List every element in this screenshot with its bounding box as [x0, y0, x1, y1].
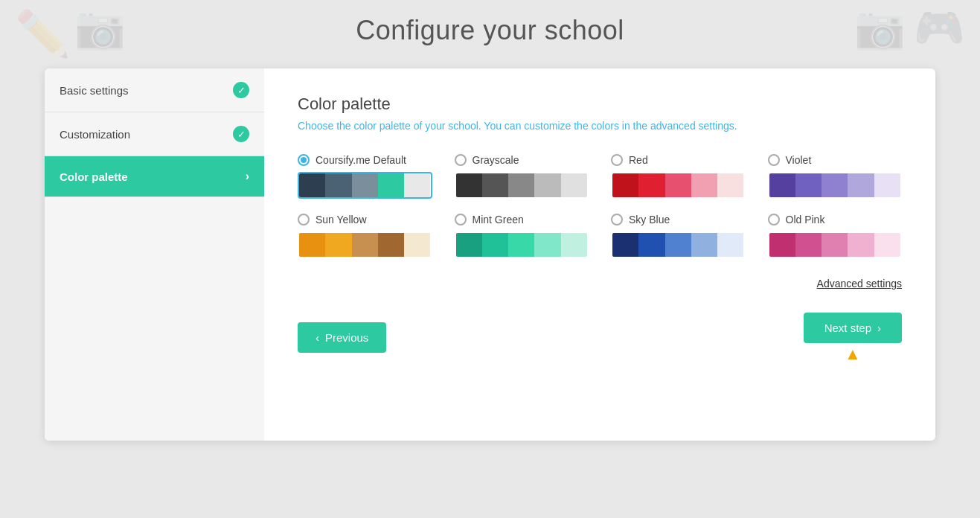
swatch	[769, 233, 795, 257]
swatch	[691, 233, 717, 257]
previous-label: Previous	[325, 331, 368, 344]
palette-swatches-old-pink	[768, 231, 903, 258]
sidebar-item-color-palette[interactable]: Color palette ›	[45, 156, 264, 197]
sidebar-item-customization[interactable]: Customization ✓	[45, 112, 264, 156]
swatch	[534, 173, 560, 197]
palette-name-old-pink: Old Pink	[786, 214, 825, 226]
palette-label-grayscale[interactable]: Grayscale	[455, 154, 589, 166]
swatch	[665, 233, 691, 257]
advanced-settings-link[interactable]: Advanced settings	[817, 278, 902, 290]
swatch	[561, 233, 587, 257]
swatch	[795, 173, 822, 197]
palette-name-grayscale: Grayscale	[473, 154, 519, 166]
palette-option-red[interactable]: Red	[611, 154, 746, 199]
sidebar: Basic settings ✓ Customization ✓ Color p…	[45, 68, 264, 441]
sidebar-item-basic-settings[interactable]: Basic settings ✓	[45, 68, 264, 112]
swatch	[848, 173, 874, 197]
palette-label-sun-yellow[interactable]: Sun Yellow	[298, 214, 432, 226]
palette-swatches-coursify	[298, 172, 432, 199]
palette-radio-old-pink[interactable]	[768, 214, 780, 226]
sidebar-basic-settings-label: Basic settings	[60, 84, 129, 97]
palette-grid: Coursify.me Default Grayscale	[298, 154, 902, 258]
swatch	[822, 233, 848, 257]
palette-radio-violet[interactable]	[768, 154, 780, 166]
palette-swatches-red	[611, 172, 746, 199]
swatch	[874, 233, 900, 257]
swatch	[534, 233, 560, 257]
footer-buttons: ‹ Previous Next step › ▲	[298, 313, 902, 362]
swatch	[665, 173, 691, 197]
customization-check-icon: ✓	[233, 126, 249, 142]
swatch	[508, 173, 534, 197]
swatch	[874, 173, 900, 197]
palette-option-sun-yellow[interactable]: Sun Yellow	[298, 214, 432, 258]
palette-swatches-mint-green	[455, 231, 589, 258]
swatch	[325, 233, 351, 257]
swatch	[638, 173, 664, 197]
section-title: Color palette	[298, 95, 902, 114]
swatch	[325, 173, 351, 197]
palette-label-old-pink[interactable]: Old Pink	[768, 214, 903, 226]
swatch	[795, 233, 822, 257]
previous-arrow-icon: ‹	[316, 331, 319, 344]
palette-label-sky-blue[interactable]: Sky Blue	[611, 214, 746, 226]
palette-label-red[interactable]: Red	[611, 154, 746, 166]
palette-label-mint-green[interactable]: Mint Green	[455, 214, 589, 226]
next-step-button[interactable]: Next step ›	[804, 313, 902, 343]
palette-label-violet[interactable]: Violet	[768, 154, 903, 166]
basic-settings-check-icon: ✓	[233, 82, 249, 98]
palette-radio-grayscale[interactable]	[455, 154, 467, 166]
palette-option-violet[interactable]: Violet	[768, 154, 903, 199]
swatch	[508, 233, 534, 257]
swatch	[299, 233, 325, 257]
palette-option-mint-green[interactable]: Mint Green	[455, 214, 589, 258]
palette-radio-red[interactable]	[611, 154, 623, 166]
previous-button[interactable]: ‹ Previous	[298, 322, 386, 353]
palette-name-mint-green: Mint Green	[473, 214, 524, 226]
swatch	[848, 233, 874, 257]
swatch	[612, 173, 638, 197]
palette-radio-coursify[interactable]	[298, 154, 310, 166]
palette-radio-mint-green[interactable]	[455, 214, 467, 226]
swatch	[378, 173, 404, 197]
palette-swatches-grayscale	[455, 172, 589, 199]
palette-name-violet: Violet	[786, 154, 812, 166]
palette-label-coursify[interactable]: Coursify.me Default	[298, 154, 432, 166]
swatch	[456, 173, 482, 197]
swatch	[482, 233, 508, 257]
swatch	[352, 173, 378, 197]
content-area: Color palette Choose the color palette o…	[264, 68, 935, 441]
palette-name-sky-blue: Sky Blue	[629, 214, 670, 226]
palette-option-old-pink[interactable]: Old Pink	[768, 214, 903, 258]
sidebar-customization-label: Customization	[60, 128, 130, 141]
palette-name-red: Red	[629, 154, 648, 166]
color-palette-arrow-icon: ›	[246, 170, 249, 183]
swatch	[378, 233, 404, 257]
palette-name-sun-yellow: Sun Yellow	[316, 214, 367, 226]
palette-radio-sun-yellow[interactable]	[298, 214, 310, 226]
next-step-wrapper: Next step › ▲	[804, 313, 902, 362]
swatch	[352, 233, 378, 257]
arrow-up-indicator-icon: ▲	[845, 346, 861, 362]
palette-swatches-violet	[768, 172, 903, 199]
swatch	[717, 173, 743, 197]
sidebar-color-palette-label: Color palette	[60, 170, 128, 183]
swatch	[769, 173, 795, 197]
swatch	[482, 173, 508, 197]
swatch	[717, 233, 743, 257]
palette-option-coursify-default[interactable]: Coursify.me Default	[298, 154, 432, 199]
palette-swatches-sky-blue	[611, 231, 746, 258]
palette-option-grayscale[interactable]: Grayscale	[455, 154, 589, 199]
advanced-settings-area: Advanced settings	[298, 277, 902, 290]
swatch	[612, 233, 638, 257]
section-subtitle: Choose the color palette of your school.…	[298, 120, 902, 132]
palette-name-coursify: Coursify.me Default	[316, 154, 406, 166]
next-step-arrow-icon: ›	[877, 322, 881, 334]
page-title-area: Configure your school	[0, 0, 980, 68]
swatch	[404, 173, 430, 197]
palette-option-sky-blue[interactable]: Sky Blue	[611, 214, 746, 258]
swatch	[561, 173, 587, 197]
swatch	[456, 233, 482, 257]
palette-radio-sky-blue[interactable]	[611, 214, 623, 226]
swatch	[299, 173, 325, 197]
